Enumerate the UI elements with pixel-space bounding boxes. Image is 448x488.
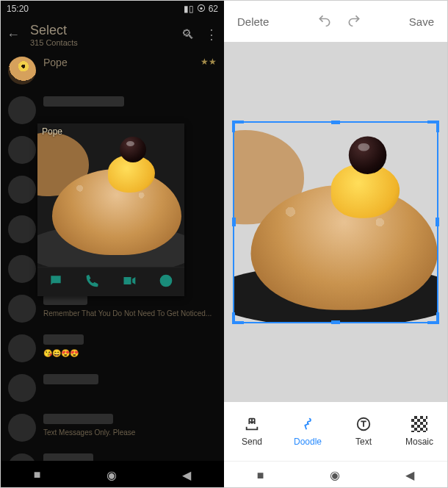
popup-photo[interactable]: Pope	[37, 123, 184, 267]
crop-handle[interactable]	[331, 320, 340, 324]
avatar[interactable]	[8, 374, 36, 402]
text-tool[interactable]: Text	[342, 416, 386, 447]
contact-row[interactable]: Text Messages Only. Please	[1, 409, 224, 449]
crop-handle[interactable]	[232, 312, 235, 324]
avatar[interactable]	[8, 334, 36, 362]
android-navbar: ■ ◉ ◀	[224, 461, 447, 488]
contact-name	[43, 96, 124, 107]
android-navbar: ■ ◉ ◀	[1, 461, 224, 488]
avatar[interactable]	[8, 414, 36, 442]
contact-name	[43, 334, 84, 345]
page-subtitle: 315 Contacts	[30, 38, 171, 47]
save-button[interactable]: Save	[409, 15, 434, 28]
nav-home[interactable]: ◉	[106, 468, 117, 482]
topbar: ← Select 315 Contacts 🔍︎ ⋮	[1, 17, 224, 52]
info-icon[interactable]: R	[159, 273, 173, 291]
call-icon[interactable]	[85, 273, 100, 291]
contact-status: Remember That You Do Not Need To Get Not…	[43, 309, 217, 317]
page-title: Select	[30, 23, 171, 38]
contact-name: Pope	[43, 57, 193, 68]
crop-handle[interactable]	[331, 121, 340, 124]
send-tool[interactable]: Send	[230, 416, 274, 447]
overflow-menu-icon[interactable]: ⋮	[205, 26, 218, 43]
undo-button[interactable]	[317, 13, 332, 30]
crop-handle[interactable]	[232, 218, 236, 226]
tool-label: Doodle	[294, 437, 322, 447]
nav-recents[interactable]: ■	[257, 469, 264, 482]
contact-name	[43, 453, 93, 461]
contact-list[interactable]: Pope ★★ , Cisal	[1, 52, 224, 461]
contact-row[interactable]: Heythere! I Am Using WhatsApp.	[1, 449, 224, 461]
avatar[interactable]	[8, 255, 36, 283]
crop-frame[interactable]	[233, 121, 438, 323]
redo-button[interactable]	[347, 13, 361, 30]
contact-name	[43, 374, 98, 384]
nav-back[interactable]: ◀	[405, 468, 414, 482]
nav-back[interactable]: ◀	[182, 468, 191, 482]
tool-label: Text	[355, 437, 372, 447]
status-bar: 15:20 ▮▯ ⦿ 62	[1, 1, 224, 17]
contact-name	[43, 414, 113, 424]
tool-row: Send Doodle Text Mosaic	[224, 402, 447, 461]
editor-screen: Delete Save	[224, 1, 447, 488]
avatar[interactable]	[8, 96, 36, 124]
avatar[interactable]	[8, 453, 36, 461]
back-icon[interactable]: ←	[7, 27, 20, 43]
svg-text:R: R	[163, 276, 169, 285]
mosaic-tool[interactable]: Mosaic	[397, 416, 441, 447]
crop-handle[interactable]	[436, 312, 439, 324]
search-icon[interactable]: 🔍︎	[181, 27, 195, 43]
wifi-icon: ⦿	[197, 4, 206, 14]
contact-status: 😘😄😍😍	[43, 349, 217, 357]
avatar[interactable]	[8, 57, 36, 85]
delete-button[interactable]: Delete	[237, 15, 269, 28]
doodle-tool[interactable]: Doodle	[286, 416, 330, 447]
nav-home[interactable]: ◉	[330, 468, 340, 482]
contacts-screen: 15:20 ▮▯ ⦿ 62 ← Select 315 Contacts 🔍︎ ⋮…	[1, 1, 224, 488]
contact-row[interactable]: Pope ★★	[1, 52, 224, 92]
nav-recents[interactable]: ■	[34, 468, 41, 481]
avatar[interactable]	[8, 176, 36, 204]
signal-icon: ▮▯	[184, 4, 194, 14]
avatar[interactable]	[8, 215, 36, 243]
contact-preview-popup: Pope R	[37, 123, 184, 296]
crop-handle[interactable]	[232, 121, 235, 132]
stars: ★★	[200, 57, 217, 67]
battery-icon: 62	[209, 4, 218, 14]
status-time: 15:20	[7, 4, 29, 14]
contact-row[interactable]	[1, 370, 224, 409]
avatar[interactable]	[8, 295, 36, 323]
contact-row[interactable]: Remember That You Do Not Need To Get Not…	[1, 290, 224, 330]
editor-toolbar: Delete Save	[224, 1, 447, 42]
video-icon[interactable]	[122, 273, 137, 291]
popup-actions: R	[37, 267, 184, 296]
popup-name: Pope	[42, 126, 62, 137]
crop-canvas[interactable]	[224, 42, 447, 402]
message-icon[interactable]	[48, 273, 63, 291]
tool-label: Mosaic	[405, 437, 433, 447]
avatar[interactable]	[8, 136, 36, 164]
contact-status: Text Messages Only. Please	[43, 428, 217, 437]
crop-handle[interactable]	[436, 218, 439, 226]
contact-name	[43, 295, 87, 305]
mosaic-icon	[411, 416, 427, 432]
crop-handle[interactable]	[436, 121, 439, 132]
tool-label: Send	[242, 437, 262, 447]
contact-row[interactable]: 😘😄😍😍	[1, 330, 224, 370]
